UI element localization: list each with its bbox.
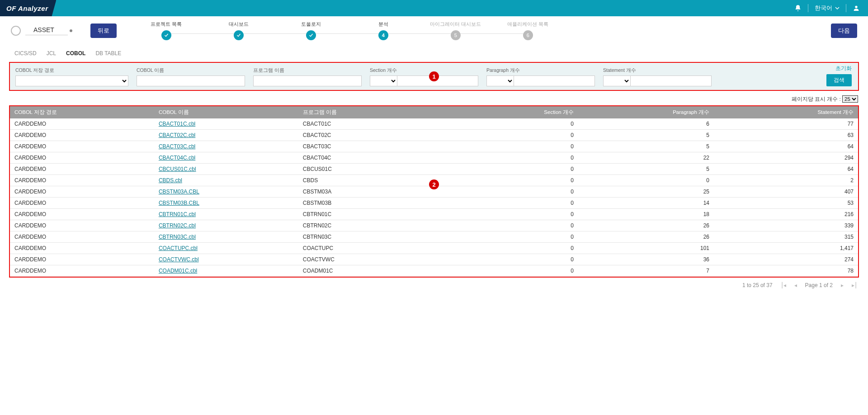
pager-first-icon[interactable]: ⎮◂ [781,282,786,288]
annotation-badge-2: 2 [429,179,439,189]
cobol-link[interactable]: COACTVWC.cbl [159,256,199,263]
cell-program: COACTUPC [298,243,443,254]
cell-statement: 64 [714,164,858,175]
step-label: 토폴로지 [301,21,321,28]
pager-next-icon[interactable]: ▸ [841,282,844,288]
step-label: 애플리케이션 목록 [507,21,548,28]
cell-path: CARDDEMO [10,220,154,231]
th-section[interactable]: Section 개수 [443,106,578,118]
cell-statement: 407 [714,186,858,198]
th-path[interactable]: COBOL 저장 경로 [10,106,154,118]
tab-jcl[interactable]: JCL [44,47,59,59]
search-button[interactable]: 검색 [826,74,852,86]
brand: OF Analyzer [6,5,48,12]
filter-paragraph-op[interactable] [486,75,514,86]
filter-section-label: Section 개수 [370,67,478,74]
step-label: 분석 [378,21,388,28]
cell-paragraph: 26 [578,231,714,243]
cell-name: COADM01C.cbl [154,265,298,277]
cell-section: 0 [443,175,578,186]
filter-name-input[interactable] [137,75,245,86]
cobol-link[interactable]: CBACT01C.cbl [159,121,195,127]
filter-path-select[interactable] [15,75,128,86]
cell-path: CARDDEMO [10,130,154,141]
step-circle: 4 [378,30,388,40]
language-selector[interactable]: 한국어 [815,4,840,12]
cobol-link[interactable]: CBTRN03C.cbl [159,234,196,240]
cobol-link[interactable]: CBSTM03A.CBL [159,189,199,195]
filter-section-op[interactable] [370,75,397,86]
step-2[interactable]: 토폴로지 [275,21,347,40]
back-button[interactable]: 뒤로 [90,24,117,38]
cell-path: CARDDEMO [10,141,154,152]
cobol-link[interactable]: CBTRN02C.cbl [159,222,196,229]
cell-paragraph: 22 [578,152,714,164]
cobol-link[interactable]: CBACT04C.cbl [159,155,195,161]
cell-path: CARDDEMO [10,231,154,243]
cobol-table: COBOL 저장 경로 COBOL 이름 프로그램 이름 Section 개수 … [10,106,858,277]
cell-name: CBACT03C.cbl [154,141,298,152]
cell-path: CARDDEMO [10,152,154,164]
cell-name: CBDS.cbl [154,175,298,186]
cobol-link[interactable]: COACTUPC.cbl [159,245,198,251]
cell-name: CBACT01C.cbl [154,118,298,130]
cell-section: 0 [443,231,578,243]
table-row: CARDDEMOCBACT02C.cblCBACT02C0563 [10,130,858,141]
filter-path-label: COBOL 저장 경로 [15,67,128,74]
user-icon[interactable] [853,5,860,12]
cobol-link[interactable]: COADM01C.cbl [159,268,197,274]
th-paragraph[interactable]: Paragraph 개수 [578,106,714,118]
table-row: CARDDEMOCBSTM03B.CBLCBSTM03B01453 [10,198,858,209]
step-5[interactable]: 애플리케이션 목록6 [492,21,564,40]
cell-path: CARDDEMO [10,118,154,130]
cobol-link[interactable]: CBTRN01C.cbl [159,211,196,217]
cell-path: CARDDEMO [10,164,154,175]
filter-statement-label: Statement 개수 [603,67,712,74]
filter-statement-op[interactable] [603,75,630,86]
cell-paragraph: 36 [578,254,714,265]
cell-name: CBACT04C.cbl [154,152,298,164]
tab-cics-sd[interactable]: CICS/SD [12,47,39,59]
cell-program: CBACT04C [298,152,443,164]
th-statement[interactable]: Statement 개수 [714,106,858,118]
cobol-link[interactable]: CBACT02C.cbl [159,132,195,138]
step-4[interactable]: 마이그레이터 대시보드5 [420,21,492,40]
step-0[interactable]: 프로젝트 목록 [130,21,203,40]
brand-wrap: OF Analyzer [0,0,56,16]
filter-statement-input[interactable] [630,75,712,86]
cell-program: COADM01C [298,265,443,277]
reset-link[interactable]: 초기화 [826,65,852,72]
cobol-link[interactable]: CBDS.cbl [159,177,182,184]
pagesize-label: 페이지당 표시 개수 : [792,96,841,102]
cell-name: CBSTM03A.CBL [154,186,298,198]
cell-section: 0 [443,141,578,152]
step-1[interactable]: 대시보드 [203,21,275,40]
asset-circle-icon [11,26,21,36]
cobol-link[interactable]: CBACT03C.cbl [159,143,195,150]
cell-name: CBCUS01C.cbl [154,164,298,175]
tab-cobol[interactable]: COBOL [63,47,88,59]
cell-program: CBTRN01C [298,209,443,220]
cell-program: CBCUS01C [298,164,443,175]
cell-statement: 216 [714,209,858,220]
cell-name: COACTUPC.cbl [154,243,298,254]
next-button[interactable]: 다음 [831,24,857,38]
th-name[interactable]: COBOL 이름 [154,106,298,118]
cell-name: CBSTM03B.CBL [154,198,298,209]
cell-section: 0 [443,254,578,265]
cell-section: 0 [443,130,578,141]
cobol-link[interactable]: CBSTM03B.CBL [159,200,199,206]
bell-icon[interactable] [794,5,802,12]
step-3[interactable]: 분석4 [347,21,420,40]
filter-name-label: COBOL 이름 [137,67,245,74]
th-program[interactable]: 프로그램 이름 [298,106,443,118]
tab-db-table[interactable]: DB TABLE [93,47,124,59]
pager-prev-icon[interactable]: ◂ [794,282,797,288]
language-label: 한국어 [815,4,832,12]
filter-paragraph-input[interactable] [514,75,595,86]
cobol-link[interactable]: CBCUS01C.cbl [159,166,196,172]
pagesize-select[interactable]: 25 [842,95,858,103]
cell-paragraph: 5 [578,141,714,152]
pager-last-icon[interactable]: ▸⎮ [852,282,857,288]
filter-program-input[interactable] [253,75,362,86]
